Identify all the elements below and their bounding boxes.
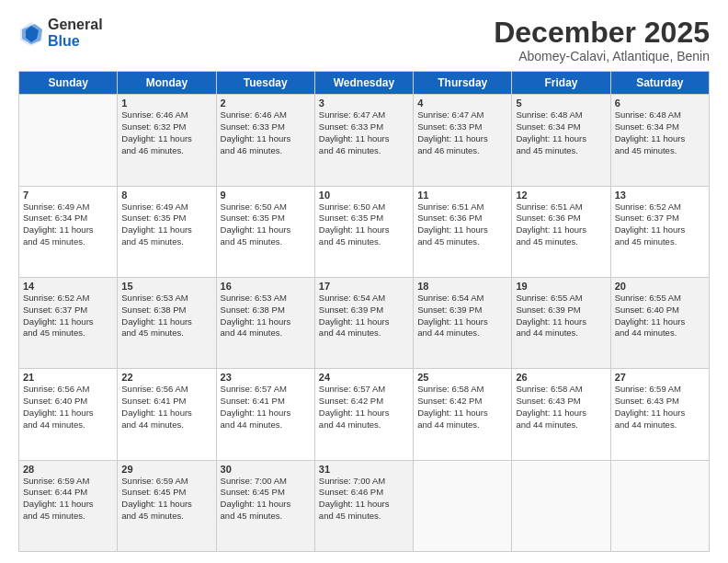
calendar-cell: 14Sunrise: 6:52 AMSunset: 6:37 PMDayligh…: [19, 277, 118, 368]
day-header-friday: Friday: [512, 72, 610, 95]
cell-info: Sunrise: 6:59 AMSunset: 6:45 PMDaylight:…: [121, 476, 211, 523]
calendar-cell: 20Sunrise: 6:55 AMSunset: 6:40 PMDayligh…: [610, 277, 709, 368]
logo-text: General Blue: [48, 17, 103, 49]
day-header-sunday: Sunday: [19, 72, 118, 95]
calendar-cell: [19, 95, 118, 186]
calendar-cell: 21Sunrise: 6:56 AMSunset: 6:40 PMDayligh…: [19, 369, 118, 460]
date-number: 6: [615, 98, 705, 109]
calendar-cell: 12Sunrise: 6:51 AMSunset: 6:36 PMDayligh…: [512, 186, 610, 277]
day-header-wednesday: Wednesday: [314, 72, 413, 95]
date-number: 8: [121, 190, 211, 201]
date-number: 29: [121, 464, 211, 475]
calendar-table: SundayMondayTuesdayWednesdayThursdayFrid…: [18, 71, 710, 552]
cell-info: Sunrise: 6:57 AMSunset: 6:42 PMDaylight:…: [319, 384, 409, 431]
cell-info: Sunrise: 6:58 AMSunset: 6:43 PMDaylight:…: [516, 384, 606, 431]
cell-info: Sunrise: 6:51 AMSunset: 6:36 PMDaylight:…: [417, 201, 507, 248]
cell-info: Sunrise: 6:49 AMSunset: 6:35 PMDaylight:…: [121, 201, 211, 248]
week-row-5: 28Sunrise: 6:59 AMSunset: 6:44 PMDayligh…: [19, 460, 710, 551]
calendar-cell: 23Sunrise: 6:57 AMSunset: 6:41 PMDayligh…: [216, 369, 314, 460]
calendar-cell: 28Sunrise: 6:59 AMSunset: 6:44 PMDayligh…: [19, 460, 118, 551]
calendar-cell: 17Sunrise: 6:54 AMSunset: 6:39 PMDayligh…: [314, 277, 413, 368]
date-number: 7: [23, 190, 113, 201]
cell-info: Sunrise: 6:47 AMSunset: 6:33 PMDaylight:…: [319, 109, 409, 156]
logo-icon: [18, 20, 44, 46]
calendar-cell: 29Sunrise: 6:59 AMSunset: 6:45 PMDayligh…: [118, 460, 216, 551]
week-row-2: 7Sunrise: 6:49 AMSunset: 6:34 PMDaylight…: [19, 186, 710, 277]
date-number: 5: [516, 98, 606, 109]
date-number: 11: [417, 190, 507, 201]
calendar-cell: 2Sunrise: 6:46 AMSunset: 6:33 PMDaylight…: [216, 95, 314, 186]
calendar-cell: 5Sunrise: 6:48 AMSunset: 6:34 PMDaylight…: [512, 95, 610, 186]
date-number: 4: [417, 98, 507, 109]
cell-info: Sunrise: 6:58 AMSunset: 6:42 PMDaylight:…: [417, 384, 507, 431]
date-number: 20: [615, 281, 705, 292]
calendar-cell: 16Sunrise: 6:53 AMSunset: 6:38 PMDayligh…: [216, 277, 314, 368]
day-header-thursday: Thursday: [414, 72, 512, 95]
calendar-cell: 10Sunrise: 6:50 AMSunset: 6:35 PMDayligh…: [314, 186, 413, 277]
date-number: 31: [319, 464, 409, 475]
cell-info: Sunrise: 6:55 AMSunset: 6:40 PMDaylight:…: [615, 293, 705, 339]
cell-info: Sunrise: 6:47 AMSunset: 6:33 PMDaylight:…: [417, 109, 507, 156]
calendar-cell: 19Sunrise: 6:55 AMSunset: 6:39 PMDayligh…: [512, 277, 610, 368]
title-section: December 2025 Abomey-Calavi, Atlantique,…: [494, 17, 710, 63]
cell-info: Sunrise: 6:56 AMSunset: 6:40 PMDaylight:…: [23, 384, 113, 431]
day-header-tuesday: Tuesday: [216, 72, 314, 95]
month-title: December 2025: [494, 17, 710, 49]
calendar-cell: 13Sunrise: 6:52 AMSunset: 6:37 PMDayligh…: [610, 186, 709, 277]
date-number: 15: [121, 281, 211, 292]
date-number: 23: [221, 372, 311, 383]
week-row-4: 21Sunrise: 6:56 AMSunset: 6:40 PMDayligh…: [19, 369, 710, 460]
date-number: 9: [221, 190, 311, 201]
date-number: 19: [516, 281, 606, 292]
cell-info: Sunrise: 6:54 AMSunset: 6:39 PMDaylight:…: [319, 293, 409, 339]
calendar-cell: [512, 460, 610, 551]
date-number: 3: [319, 98, 409, 109]
calendar-cell: 18Sunrise: 6:54 AMSunset: 6:39 PMDayligh…: [414, 277, 512, 368]
cell-info: Sunrise: 6:59 AMSunset: 6:43 PMDaylight:…: [615, 384, 705, 431]
date-number: 16: [221, 281, 311, 292]
cell-info: Sunrise: 6:53 AMSunset: 6:38 PMDaylight:…: [121, 293, 211, 339]
day-header-row: SundayMondayTuesdayWednesdayThursdayFrid…: [19, 72, 710, 95]
day-header-monday: Monday: [118, 72, 216, 95]
date-number: 1: [121, 98, 211, 109]
date-number: 12: [516, 190, 606, 201]
cell-info: Sunrise: 6:48 AMSunset: 6:34 PMDaylight:…: [615, 109, 705, 156]
page-header: General Blue December 2025 Abomey-Calavi…: [18, 17, 710, 63]
date-number: 26: [516, 372, 606, 383]
cell-info: Sunrise: 6:46 AMSunset: 6:33 PMDaylight:…: [221, 109, 311, 156]
calendar-cell: 3Sunrise: 6:47 AMSunset: 6:33 PMDaylight…: [314, 95, 413, 186]
logo-general-text: General: [48, 17, 103, 33]
date-number: 27: [615, 372, 705, 383]
calendar-cell: 8Sunrise: 6:49 AMSunset: 6:35 PMDaylight…: [118, 186, 216, 277]
date-number: 21: [23, 372, 113, 383]
date-number: 24: [319, 372, 409, 383]
cell-info: Sunrise: 7:00 AMSunset: 6:45 PMDaylight:…: [221, 476, 311, 523]
calendar-cell: 1Sunrise: 6:46 AMSunset: 6:32 PMDaylight…: [118, 95, 216, 186]
week-row-1: 1Sunrise: 6:46 AMSunset: 6:32 PMDaylight…: [19, 95, 710, 186]
cell-info: Sunrise: 6:57 AMSunset: 6:41 PMDaylight:…: [221, 384, 311, 431]
cell-info: Sunrise: 7:00 AMSunset: 6:46 PMDaylight:…: [319, 476, 409, 523]
calendar-cell: 22Sunrise: 6:56 AMSunset: 6:41 PMDayligh…: [118, 369, 216, 460]
calendar-cell: 4Sunrise: 6:47 AMSunset: 6:33 PMDaylight…: [414, 95, 512, 186]
cell-info: Sunrise: 6:52 AMSunset: 6:37 PMDaylight:…: [23, 293, 113, 339]
calendar-cell: 15Sunrise: 6:53 AMSunset: 6:38 PMDayligh…: [118, 277, 216, 368]
date-number: 10: [319, 190, 409, 201]
cell-info: Sunrise: 6:59 AMSunset: 6:44 PMDaylight:…: [23, 476, 113, 523]
date-number: 18: [417, 281, 507, 292]
date-number: 30: [221, 464, 311, 475]
date-number: 28: [23, 464, 113, 475]
logo-blue-text: Blue: [48, 33, 103, 50]
day-header-saturday: Saturday: [610, 72, 709, 95]
calendar-page: General Blue December 2025 Abomey-Calavi…: [0, 0, 728, 563]
calendar-cell: 9Sunrise: 6:50 AMSunset: 6:35 PMDaylight…: [216, 186, 314, 277]
logo: General Blue: [18, 17, 103, 49]
date-number: 13: [615, 190, 705, 201]
date-number: 25: [417, 372, 507, 383]
week-row-3: 14Sunrise: 6:52 AMSunset: 6:37 PMDayligh…: [19, 277, 710, 368]
cell-info: Sunrise: 6:52 AMSunset: 6:37 PMDaylight:…: [615, 201, 705, 248]
calendar-cell: 31Sunrise: 7:00 AMSunset: 6:46 PMDayligh…: [314, 460, 413, 551]
cell-info: Sunrise: 6:48 AMSunset: 6:34 PMDaylight:…: [516, 109, 606, 156]
calendar-cell: 6Sunrise: 6:48 AMSunset: 6:34 PMDaylight…: [610, 95, 709, 186]
calendar-cell: [414, 460, 512, 551]
cell-info: Sunrise: 6:51 AMSunset: 6:36 PMDaylight:…: [516, 201, 606, 248]
